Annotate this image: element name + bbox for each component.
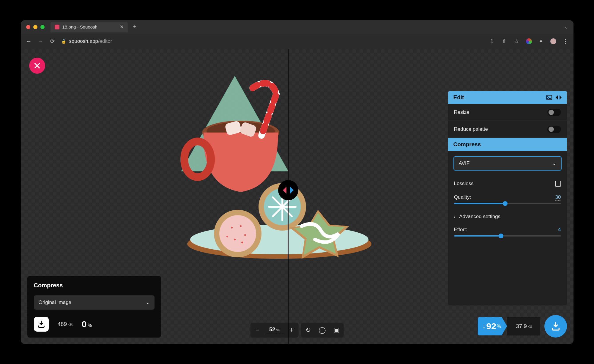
tab-favicon — [55, 25, 59, 29]
window-maximize-button[interactable] — [40, 25, 45, 29]
edit-section-title: Edit — [453, 94, 464, 101]
left-download-button[interactable] — [34, 317, 49, 332]
share-icon[interactable]: ⇧ — [501, 38, 508, 45]
chevron-down-icon: ⌄ — [552, 160, 556, 166]
svg-point-18 — [240, 225, 242, 227]
preview-image — [163, 61, 377, 275]
left-codec-value: Original Image — [39, 300, 72, 305]
left-panel-title: Compress — [34, 282, 155, 289]
svg-point-21 — [226, 236, 228, 237]
tabs-dropdown-icon[interactable]: ⌄ — [564, 24, 568, 30]
url-domain: squoosh.app — [69, 38, 98, 44]
right-codec-value: AVIF — [459, 160, 470, 166]
edit-section-header: Edit — [448, 91, 567, 104]
browser-menu-icon[interactable]: ⋮ — [562, 38, 569, 45]
svg-rect-27 — [546, 95, 552, 99]
url-path: /editor — [98, 38, 112, 44]
resize-label: Resize — [454, 109, 469, 115]
reduce-palette-toggle[interactable] — [547, 126, 561, 133]
right-codec-select[interactable]: AVIF ⌄ — [453, 156, 562, 171]
window-controls — [26, 25, 45, 29]
arrow-down-icon: ↓ — [483, 322, 486, 330]
svg-point-19 — [244, 234, 246, 236]
quality-label: Quality: — [454, 194, 471, 201]
chevron-down-icon: ⌄ — [146, 299, 150, 305]
new-tab-button[interactable]: + — [133, 23, 137, 30]
right-download-button[interactable] — [544, 315, 567, 338]
install-app-icon[interactable]: ⇩ — [489, 38, 495, 45]
reduce-palette-label: Reduce palette — [454, 126, 488, 132]
browser-window: 18.png - Squoosh ✕ + ⌄ ← → ⟳ 🔒 squoosh.a… — [21, 20, 573, 344]
lossless-row: Lossless — [448, 176, 567, 191]
background-toggle-button[interactable]: ◯ — [315, 323, 330, 338]
right-options-panel: Edit Resize Reduce palette Compress AVIF… — [448, 91, 567, 305]
titlebar: 18.png - Squoosh ✕ + ⌄ — [21, 20, 573, 34]
effort-slider[interactable] — [454, 235, 561, 237]
window-close-button[interactable] — [26, 25, 30, 29]
profile-avatar[interactable] — [550, 38, 556, 44]
download-icon — [37, 320, 45, 328]
svg-point-17 — [231, 227, 233, 229]
left-compress-panel: Compress Original Image ⌄ 489kB 0% — [27, 276, 161, 338]
browser-tab[interactable]: 18.png - Squoosh ✕ — [51, 22, 128, 32]
effort-label: Effort: — [454, 227, 467, 233]
quality-row: Quality: 30 — [448, 191, 567, 209]
bookmark-icon[interactable]: ☆ — [513, 38, 520, 45]
download-icon — [551, 321, 561, 331]
svg-point-22 — [241, 242, 243, 243]
nav-back-button[interactable]: ← — [26, 38, 32, 45]
lossless-checkbox[interactable] — [555, 181, 561, 187]
toolbar-right: ⇩ ⇧ ☆ ✦ ⋮ — [489, 38, 569, 45]
savings-unit: % — [497, 324, 501, 329]
svg-marker-29 — [560, 95, 562, 100]
swap-icon[interactable] — [556, 95, 562, 100]
extensions-icon[interactable]: ✦ — [538, 38, 544, 45]
url-bar: ← → ⟳ 🔒 squoosh.app/editor ⇩ ⇧ ☆ ✦ ⋮ — [21, 34, 573, 49]
output-file-size: 37.9kB — [507, 317, 540, 335]
tab-close-icon[interactable]: ✕ — [120, 24, 124, 30]
svg-marker-25 — [283, 187, 286, 194]
right-download-group: ↓ 92 % 37.9kB — [478, 315, 567, 338]
resize-toggle[interactable] — [547, 109, 561, 116]
close-editor-button[interactable] — [29, 58, 45, 74]
effort-row: Effort: 4 — [448, 224, 567, 242]
rotate-button[interactable]: ↻ — [301, 323, 315, 338]
comparison-handle[interactable] — [278, 180, 298, 200]
svg-point-20 — [234, 239, 236, 240]
svg-marker-28 — [556, 95, 558, 100]
terminal-icon[interactable] — [546, 95, 552, 100]
tab-title: 18.png - Squoosh — [62, 24, 97, 29]
zoom-value[interactable]: 52% — [264, 327, 284, 333]
compress-section-header: Compress — [448, 138, 567, 151]
quality-slider[interactable] — [454, 203, 561, 204]
split-handle-icon — [282, 184, 294, 196]
savings-badge: ↓ 92 % — [478, 317, 507, 335]
zoom-out-button[interactable]: − — [250, 323, 264, 338]
zoom-toolbar: − 52% + ↻ ◯ ▣ — [250, 323, 344, 338]
left-codec-select[interactable]: Original Image ⌄ — [34, 295, 155, 310]
editor-viewport[interactable]: Compress Original Image ⌄ 489kB 0% Edit — [21, 49, 573, 344]
svg-marker-26 — [290, 187, 294, 194]
compress-section-title: Compress — [453, 141, 481, 148]
reduce-palette-row: Reduce palette — [448, 121, 567, 138]
advanced-settings-label: Advanced settings — [459, 214, 500, 220]
chevron-right-icon: › — [454, 214, 456, 220]
nav-forward-button[interactable]: → — [37, 38, 44, 45]
address-field[interactable]: 🔒 squoosh.app/editor — [61, 38, 112, 44]
lossless-label: Lossless — [454, 181, 474, 187]
nav-reload-button[interactable]: ⟳ — [49, 38, 56, 45]
close-icon — [33, 62, 41, 70]
advanced-settings-row[interactable]: › Advanced settings — [448, 209, 567, 224]
lock-icon: 🔒 — [61, 39, 66, 44]
savings-value: 92 — [486, 321, 496, 331]
extension-icon-1[interactable] — [526, 38, 532, 44]
window-minimize-button[interactable] — [33, 25, 37, 29]
resize-row: Resize — [448, 104, 567, 121]
quality-value[interactable]: 30 — [555, 194, 561, 201]
effort-value[interactable]: 4 — [558, 227, 561, 233]
left-file-size: 489kB — [58, 321, 73, 327]
left-savings-percent: 0% — [82, 319, 92, 329]
transform-button[interactable]: ▣ — [330, 323, 344, 338]
zoom-in-button[interactable]: + — [284, 323, 299, 338]
svg-point-16 — [219, 215, 256, 252]
